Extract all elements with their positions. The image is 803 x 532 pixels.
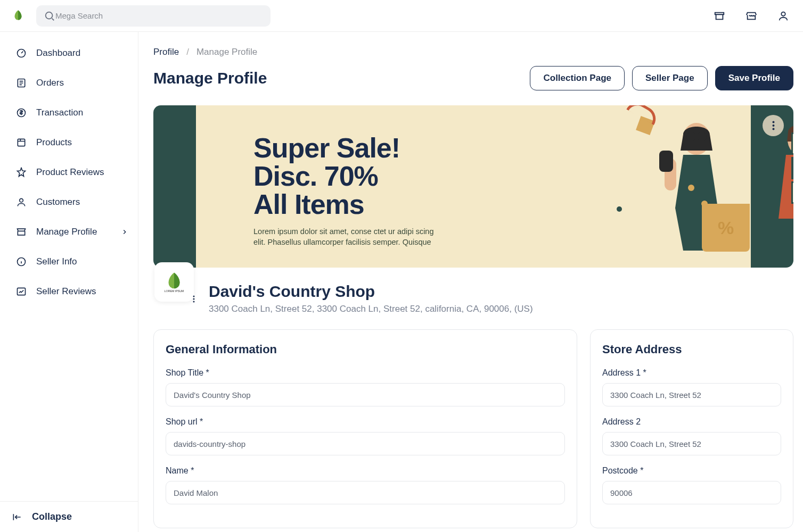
sidebar-item-label: Products <box>36 137 72 148</box>
list-icon <box>16 78 27 88</box>
shop-title-input[interactable] <box>166 383 565 406</box>
svg-rect-17 <box>787 219 793 261</box>
sidebar-list: Dashboard Orders Transaction Products Pr… <box>0 41 138 501</box>
sidebar-item-label: Seller Info <box>36 256 77 267</box>
shop-icon[interactable] <box>745 10 757 22</box>
svg-rect-15 <box>659 151 673 172</box>
breadcrumb: Profile / Manage Profile <box>153 47 793 57</box>
banner-line3: All Items <box>253 189 364 220</box>
shop-title-label: Shop Title * <box>166 368 565 378</box>
profile-banner: Super Sale! Disc. 70% All Items Lorem ip… <box>153 105 793 268</box>
form-cards: General Information Shop Title * Shop ur… <box>153 329 793 528</box>
sidebar-item-seller-info[interactable]: Seller Info <box>12 250 133 273</box>
shop-address: 3300 Coach Ln, Street 52, 3300 Coach Ln,… <box>209 304 533 314</box>
breadcrumb-sep: / <box>186 47 189 57</box>
banner-subtext: Lorem ipsum dolor sit amet, conse ctet u… <box>253 226 435 248</box>
svg-point-10 <box>686 132 696 142</box>
general-info-card: General Information Shop Title * Shop ur… <box>153 329 577 528</box>
chevron-right-icon <box>121 228 128 236</box>
sidebar-item-transaction[interactable]: Transaction <box>12 101 133 124</box>
decor-dot-icon <box>617 206 622 212</box>
shopping-bag-icon <box>702 204 750 252</box>
save-profile-button[interactable]: Save Profile <box>715 66 793 90</box>
avatar-menu-icon[interactable] <box>193 295 195 303</box>
profile-header: LOREM IPSUM David's Country Shop 3300 Co… <box>153 282 793 314</box>
collection-page-button[interactable]: Collection Page <box>530 66 625 90</box>
store-address-card: Store Address Address 1 * Address 2 Post… <box>590 329 793 528</box>
postcode-label: Postcode * <box>602 466 781 476</box>
sidebar-item-customers[interactable]: Customers <box>12 190 133 214</box>
person-icon <box>16 197 27 207</box>
svg-rect-5 <box>18 139 24 146</box>
svg-point-24 <box>193 298 195 300</box>
address1-input[interactable] <box>602 383 781 406</box>
field-shop-title: Shop Title * <box>166 368 565 406</box>
star-icon <box>16 167 27 178</box>
main-content: Profile / Manage Profile Manage Profile … <box>138 32 803 532</box>
field-shop-url: Shop url * <box>166 417 565 455</box>
collapse-label: Collapse <box>32 511 72 522</box>
user-icon[interactable] <box>777 10 789 22</box>
field-postcode: Postcode * <box>602 466 781 504</box>
banner-menu-button[interactable] <box>763 115 784 136</box>
svg-point-20 <box>772 124 774 127</box>
app-logo <box>10 7 27 24</box>
address2-input[interactable] <box>602 432 781 455</box>
svg-point-1 <box>781 12 785 15</box>
name-label: Name * <box>166 466 565 476</box>
sidebar-item-products[interactable]: Products <box>12 131 133 154</box>
svg-rect-8 <box>18 288 26 295</box>
top-header <box>0 0 803 32</box>
page-title: Manage Profile <box>153 69 267 87</box>
address2-label: Address 2 <box>602 417 781 427</box>
shop-logo-icon: LOREM IPSUM <box>163 271 185 293</box>
sidebar-item-label: Manage Profile <box>36 227 97 237</box>
collapse-icon <box>12 512 22 522</box>
sidebar-item-product-reviews[interactable]: Product Reviews <box>12 161 133 184</box>
address1-label: Address 1 * <box>602 368 781 378</box>
storefront-icon[interactable] <box>714 10 725 22</box>
breadcrumb-root[interactable]: Profile <box>153 47 179 57</box>
title-row: Manage Profile Collection Page Seller Pa… <box>153 66 793 90</box>
sidebar: Dashboard Orders Transaction Products Pr… <box>0 32 138 532</box>
shop-avatar: LOREM IPSUM <box>154 262 194 302</box>
collapse-button[interactable]: Collapse <box>0 501 138 532</box>
svg-point-11 <box>697 132 707 142</box>
general-heading: General Information <box>166 343 565 356</box>
sidebar-item-label: Orders <box>36 78 64 88</box>
box-icon <box>16 137 27 148</box>
search-box[interactable] <box>36 5 271 27</box>
person-man-icon <box>760 113 793 268</box>
field-address1: Address 1 * <box>602 368 781 406</box>
gauge-icon <box>16 48 27 59</box>
sidebar-item-label: Customers <box>36 197 80 207</box>
sidebar-item-seller-reviews[interactable]: Seller Reviews <box>12 280 133 303</box>
field-name: Name * <box>166 466 565 504</box>
layout: Dashboard Orders Transaction Products Pr… <box>0 32 803 532</box>
shop-url-label: Shop url * <box>166 417 565 427</box>
shop-name: David's Country Shop <box>209 282 533 301</box>
store-heading: Store Address <box>602 343 781 356</box>
sidebar-item-label: Seller Reviews <box>36 286 96 297</box>
more-vert-icon <box>772 121 775 130</box>
svg-point-19 <box>772 121 774 123</box>
sidebar-item-label: Dashboard <box>36 48 80 59</box>
sidebar-item-manage-profile[interactable]: Manage Profile <box>12 220 133 244</box>
svg-point-25 <box>193 301 195 303</box>
search-input[interactable] <box>55 11 263 20</box>
name-input[interactable] <box>166 481 565 504</box>
dollar-icon <box>16 107 27 118</box>
gift-boxes-icon <box>791 129 793 204</box>
sidebar-item-orders[interactable]: Orders <box>12 71 133 95</box>
svg-point-23 <box>193 296 195 297</box>
sidebar-item-dashboard[interactable]: Dashboard <box>12 41 133 65</box>
breadcrumb-current: Manage Profile <box>196 47 257 57</box>
postcode-input[interactable] <box>602 481 781 504</box>
shop-url-input[interactable] <box>166 432 565 455</box>
banner-line2: Disc. 70% <box>253 161 378 192</box>
image-star-icon <box>16 286 27 297</box>
seller-page-button[interactable]: Seller Page <box>632 66 708 90</box>
svg-text:LOREM IPSUM: LOREM IPSUM <box>165 289 184 293</box>
shop-meta: David's Country Shop 3300 Coach Ln, Stre… <box>209 282 533 314</box>
svg-point-6 <box>20 198 23 202</box>
